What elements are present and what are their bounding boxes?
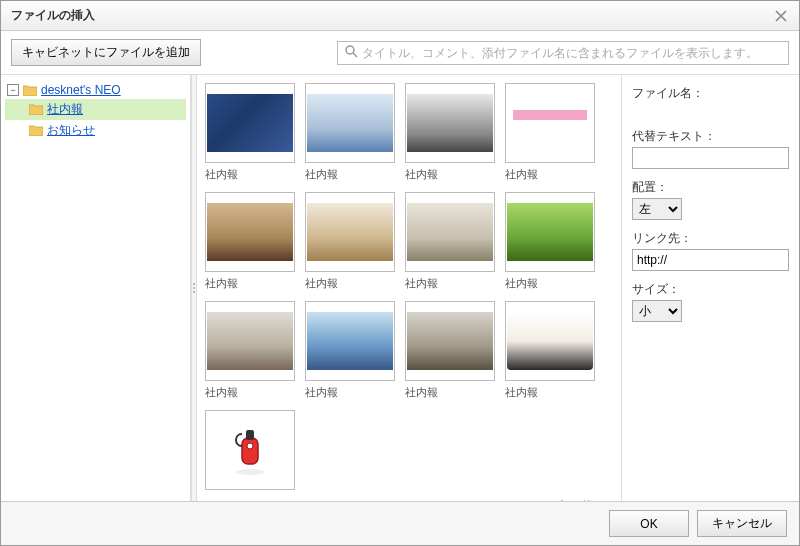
alttext-label: 代替テキスト： <box>632 128 789 145</box>
thumbnail-image <box>205 301 295 381</box>
thumbnail-grid: 社内報社内報社内報社内報社内報社内報社内報社内報社内報社内報社内報社内報 <box>205 83 613 494</box>
thumbnail-caption: 社内報 <box>405 276 495 291</box>
dialog-body: − desknet's NEO 社内報お知らせ 社内報社内報社内報社内報社内報社… <box>1 74 799 501</box>
thumbnail-image <box>505 301 595 381</box>
thumbnail-cell[interactable]: 社内報 <box>305 83 395 182</box>
alttext-input[interactable] <box>632 147 789 169</box>
splitter-grip-icon <box>193 283 195 293</box>
folder-icon <box>23 85 37 96</box>
main-area: 社内報社内報社内報社内報社内報社内報社内報社内報社内報社内報社内報社内報 全13… <box>197 75 799 501</box>
thumbnail-cell[interactable]: 社内報 <box>305 301 395 400</box>
thumbnail-caption: 社内報 <box>405 385 495 400</box>
svg-point-0 <box>346 46 354 54</box>
thumbnail-caption: 社内報 <box>305 276 395 291</box>
thumbnail-caption: 社内報 <box>205 385 295 400</box>
thumbnail-cell[interactable]: 社内報 <box>205 192 295 291</box>
link-input[interactable] <box>632 249 789 271</box>
gallery-wrap: 社内報社内報社内報社内報社内報社内報社内報社内報社内報社内報社内報社内報 全13… <box>197 75 621 501</box>
thumbnail-cell[interactable] <box>205 410 295 494</box>
tree-item[interactable]: お知らせ <box>5 120 186 141</box>
result-count: 全13件 <box>205 494 613 501</box>
footer: OK キャンセル <box>1 501 799 545</box>
thumbnail-cell[interactable]: 社内報 <box>505 83 595 182</box>
folder-icon <box>29 104 43 115</box>
add-file-button[interactable]: キャビネットにファイルを追加 <box>11 39 201 66</box>
filename-label: ファイル名： <box>632 85 789 102</box>
dialog-title: ファイルの挿入 <box>11 7 95 24</box>
size-select[interactable]: 小 <box>632 300 682 322</box>
thumbnail-caption: 社内報 <box>505 385 595 400</box>
thumbnail-caption: 社内報 <box>205 276 295 291</box>
tree-item[interactable]: 社内報 <box>5 99 186 120</box>
close-icon[interactable] <box>773 8 789 24</box>
align-label: 配置： <box>632 179 789 196</box>
thumbnail-cell[interactable]: 社内報 <box>505 301 595 400</box>
link-label: リンク先： <box>632 230 789 247</box>
thumbnail-cell[interactable]: 社内報 <box>505 192 595 291</box>
tree-item-label: 社内報 <box>47 101 83 118</box>
align-select[interactable]: 左 <box>632 198 682 220</box>
thumbnail-image <box>405 83 495 163</box>
thumbnail-image <box>205 192 295 272</box>
tree-item-label: お知らせ <box>47 122 95 139</box>
thumbnail-caption: 社内報 <box>305 385 395 400</box>
thumbnail-image <box>305 301 395 381</box>
toolbar: キャビネットにファイルを追加 <box>1 31 799 74</box>
properties-panel: ファイル名： 代替テキスト： 配置： 左 リンク先： <box>621 75 799 501</box>
thumbnail-image <box>405 192 495 272</box>
folder-icon <box>29 125 43 136</box>
svg-point-1 <box>236 469 264 475</box>
thumbnail-image <box>505 83 595 163</box>
thumbnail-cell[interactable]: 社内報 <box>405 192 495 291</box>
svg-rect-3 <box>246 430 254 440</box>
tree-root[interactable]: − desknet's NEO <box>5 81 186 99</box>
svg-rect-2 <box>242 438 258 464</box>
thumbnail-image <box>205 410 295 490</box>
thumbnail-caption: 社内報 <box>405 167 495 182</box>
thumbnail-caption: 社内報 <box>505 276 595 291</box>
tree-collapse-icon[interactable]: − <box>7 84 19 96</box>
thumbnail-cell[interactable]: 社内報 <box>405 83 495 182</box>
thumbnail-caption: 社内報 <box>505 167 595 182</box>
thumbnail-cell[interactable]: 社内報 <box>205 83 295 182</box>
search-input[interactable] <box>362 46 782 60</box>
folder-tree: − desknet's NEO 社内報お知らせ <box>1 75 191 501</box>
search-icon <box>344 44 358 61</box>
tree-root-label: desknet's NEO <box>41 83 121 97</box>
titlebar: ファイルの挿入 <box>1 1 799 31</box>
ok-button[interactable]: OK <box>609 510 689 537</box>
thumbnail-image <box>405 301 495 381</box>
file-insert-dialog: ファイルの挿入 キャビネットにファイルを追加 − desknet's NEO 社… <box>0 0 800 546</box>
thumbnail-caption: 社内報 <box>205 167 295 182</box>
svg-point-4 <box>247 443 253 449</box>
thumbnail-caption: 社内報 <box>305 167 395 182</box>
gallery[interactable]: 社内報社内報社内報社内報社内報社内報社内報社内報社内報社内報社内報社内報 全13… <box>197 75 621 501</box>
thumbnail-cell[interactable]: 社内報 <box>305 192 395 291</box>
cancel-button[interactable]: キャンセル <box>697 510 787 537</box>
thumbnail-cell[interactable]: 社内報 <box>405 301 495 400</box>
thumbnail-image <box>305 83 395 163</box>
thumbnail-image <box>305 192 395 272</box>
thumbnail-cell[interactable]: 社内報 <box>205 301 295 400</box>
thumbnail-image <box>205 83 295 163</box>
search-field[interactable] <box>337 41 789 65</box>
thumbnail-image <box>505 192 595 272</box>
filename-value <box>632 104 789 118</box>
size-label: サイズ： <box>632 281 789 298</box>
